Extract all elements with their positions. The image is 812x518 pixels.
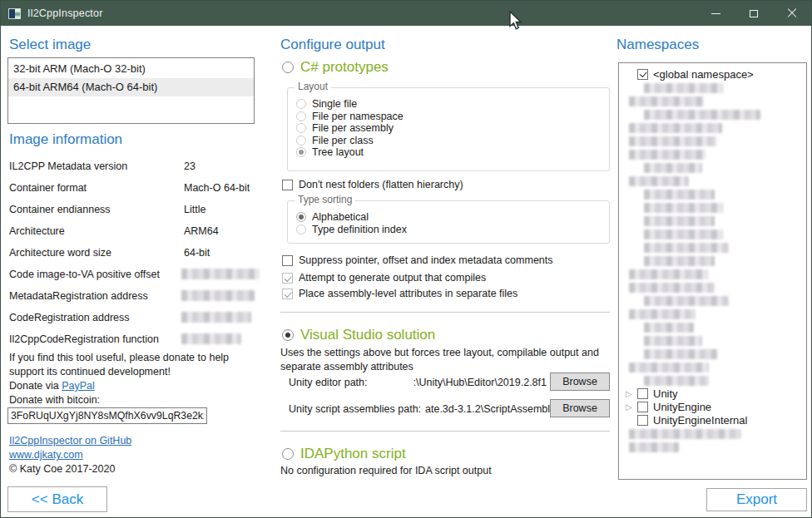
namespace-item-redacted xyxy=(619,427,806,440)
info-row: Il2CppCodeRegistration function xyxy=(9,330,259,352)
info-label: IL2CPP Metadata version xyxy=(9,160,127,172)
info-label: Code image-to-VA positive offset xyxy=(9,269,160,280)
expander-icon[interactable]: ▷ xyxy=(626,402,637,412)
bitcoin-address-field[interactable] xyxy=(7,407,207,424)
radio-option[interactable]: Alphabetical xyxy=(296,211,407,224)
maximize-button[interactable] xyxy=(735,1,773,26)
redacted-namespace xyxy=(644,229,723,239)
redacted-namespace xyxy=(629,123,722,133)
unity-script-path-value[interactable]: ate.3d-3.1.2\ScriptAssemblies xyxy=(425,403,547,415)
info-label: Il2CppCodeRegistration function xyxy=(9,333,159,345)
checkbox-label: Suppress pointer, offset and index metad… xyxy=(299,254,553,266)
redacted-namespace xyxy=(644,83,723,93)
namespace-item-redacted xyxy=(619,440,806,453)
redacted-namespace xyxy=(644,336,702,346)
radio-label: File per class xyxy=(312,135,374,146)
radio-option[interactable]: Type definition index xyxy=(296,224,407,236)
namespace-item[interactable]: <global namespace> xyxy=(619,67,806,81)
namespace-item-redacted xyxy=(619,81,806,94)
website-link[interactable]: www.djkaty.com xyxy=(9,449,83,461)
info-row: Code image-to-VA positive offset xyxy=(9,265,259,287)
namespace-item-redacted xyxy=(619,227,806,240)
namespace-checkbox[interactable] xyxy=(637,402,648,412)
radio-option[interactable]: File per assembly xyxy=(296,122,404,135)
back-button[interactable]: << Back xyxy=(7,486,107,512)
radio-option[interactable]: Tree layout xyxy=(296,146,404,159)
dont-nest-checkbox[interactable]: Don't nest folders (flatten hierarchy) xyxy=(282,180,463,190)
namespace-checkbox[interactable] xyxy=(637,388,648,399)
image-listbox[interactable]: 32-bit ARM (Mach-O 32-bit)64-bit ARM64 (… xyxy=(7,57,255,124)
radio-icon xyxy=(296,123,306,133)
expander-icon[interactable]: ▷ xyxy=(626,389,637,398)
info-row: Container formatMach-O 64-bit xyxy=(9,179,259,200)
copyright-text: © Katy Coe 2017-2020 xyxy=(9,462,131,476)
namespaces-tree[interactable]: <global namespace>▷Unity▷UnityEngineUnit… xyxy=(618,62,807,480)
namespace-item-redacted xyxy=(619,107,806,121)
info-row: MetadataRegistration address xyxy=(9,287,259,308)
namespace-item-redacted xyxy=(619,121,806,134)
separator xyxy=(280,431,610,432)
minimize-button[interactable] xyxy=(696,1,735,26)
unity-editor-path-value[interactable]: :\Unity\Hub\Editor\2019.2.8f1 xyxy=(384,377,547,388)
namespace-checkbox[interactable] xyxy=(637,415,648,426)
idapython-script-radio[interactable]: IDAPython script xyxy=(282,446,406,462)
namespace-item-redacted xyxy=(619,373,806,387)
redacted-namespace xyxy=(629,176,689,186)
export-button[interactable]: Export xyxy=(706,488,807,511)
checkbox-label: Place assembly-level attributes in separ… xyxy=(299,288,517,299)
namespace-item-redacted xyxy=(619,187,806,200)
info-value: 23 xyxy=(184,160,196,172)
radio-option[interactable]: File per class xyxy=(296,135,404,147)
redacted-namespace xyxy=(629,429,741,439)
redacted-value xyxy=(181,333,241,344)
github-link[interactable]: Il2CppInspector on GitHub xyxy=(9,435,131,446)
redacted-namespace xyxy=(629,309,696,319)
info-row: IL2CPP Metadata version23 xyxy=(9,157,259,179)
config-checkbox[interactable]: Place assembly-level attributes in separ… xyxy=(282,289,517,299)
csharp-prototypes-label: C# prototypes xyxy=(300,59,389,76)
browse-editor-path-button[interactable]: Browse xyxy=(550,372,610,391)
ida-description: No configuration required for IDA script… xyxy=(280,464,610,478)
info-label: Container endianness xyxy=(9,204,111,215)
select-image-heading: Select image xyxy=(9,37,91,53)
redacted-namespace xyxy=(644,296,729,306)
radio-option[interactable]: File per namespace xyxy=(296,111,404,123)
image-list-item[interactable]: 64-bit ARM64 (Mach-O 64-bit) xyxy=(8,78,254,96)
config-checkbox[interactable]: Suppress pointer, offset and index metad… xyxy=(282,255,553,266)
radio-label: File per assembly xyxy=(312,122,394,134)
namespace-checkbox[interactable] xyxy=(637,69,648,80)
minimize-icon xyxy=(711,13,720,14)
csharp-prototypes-radio[interactable]: C# prototypes xyxy=(282,59,389,76)
paypal-link[interactable]: PayPal xyxy=(62,380,95,392)
namespace-item[interactable]: ▷Unity xyxy=(619,387,806,400)
image-list-item[interactable]: 32-bit ARM (Mach-O 32-bit) xyxy=(8,60,254,78)
namespace-item[interactable]: UnityEngineInternal xyxy=(619,413,806,427)
redacted-namespace xyxy=(629,96,704,106)
namespace-item-redacted xyxy=(619,333,806,347)
dont-nest-label: Don't nest folders (flatten hierarchy) xyxy=(299,179,463,190)
redacted-namespace xyxy=(644,256,715,266)
radio-option[interactable]: Single file xyxy=(296,98,404,111)
config-checkbox[interactable]: Attempt to generate output that compiles xyxy=(282,273,486,284)
visual-studio-solution-radio[interactable]: Visual Studio solution xyxy=(282,327,435,343)
image-information-table: IL2CPP Metadata version23Container forma… xyxy=(9,157,259,352)
bitcoin-label: Donate with bitcoin: xyxy=(9,393,264,407)
redacted-namespace xyxy=(644,376,709,386)
checkbox-icon xyxy=(282,180,293,190)
browse-script-path-button[interactable]: Browse xyxy=(550,399,610,417)
info-label: Container format xyxy=(9,182,87,194)
namespace-item-redacted xyxy=(619,94,806,107)
visual-studio-solution-label: Visual Studio solution xyxy=(300,327,435,343)
unity-script-path-label: Unity script assemblies path: xyxy=(289,403,421,415)
donate-message: If you find this tool useful, please don… xyxy=(9,351,264,379)
namespace-item-redacted xyxy=(619,320,806,333)
radio-label: File per namespace xyxy=(312,111,404,122)
checkbox-label: Attempt to generate output that compiles xyxy=(299,272,486,284)
namespace-item[interactable]: ▷UnityEngine xyxy=(619,400,806,413)
namespace-item-redacted xyxy=(619,200,806,214)
close-button[interactable] xyxy=(773,1,811,26)
namespace-item-redacted xyxy=(619,240,806,254)
namespace-item-redacted xyxy=(619,267,806,280)
titlebar: Il2CppInspector xyxy=(1,1,811,26)
info-row: ArchitectureARM64 xyxy=(9,222,259,244)
